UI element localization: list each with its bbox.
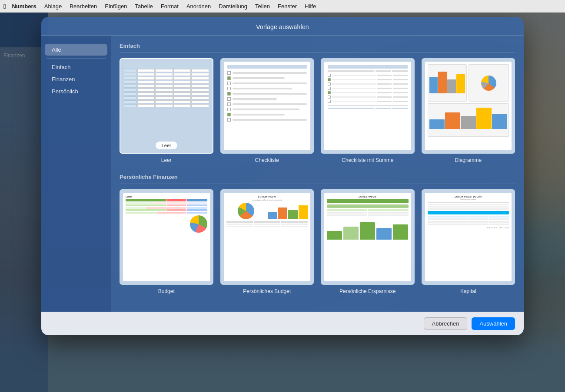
menubar-item-teilen[interactable]: Teilen [252, 2, 273, 10]
template-grid-einfach: Leer Leer [120, 58, 515, 163]
sidebar-item-finanzen[interactable]: Finanzen [45, 73, 107, 85]
menubar-item-format[interactable]: Format [157, 2, 182, 10]
template-card-leer[interactable]: Leer Leer [120, 58, 213, 163]
modal-sidebar: Alle Einfach Finanzen Persönlich [41, 36, 111, 312]
template-card-checkliste[interactable]: Checkliste [220, 58, 314, 163]
template-thumb-pers-budget[interactable]: LOREM IPSUM Lorem ipsum dolor sit amet c… [220, 189, 314, 285]
menubar-item-tabelle[interactable]: Tabelle [132, 2, 156, 10]
template-name-kapital: Kapital [460, 288, 476, 294]
menubar-item-ablage[interactable]: Ablage [41, 2, 65, 10]
template-name-checkliste-summe: Checkliste mit Summe [342, 157, 393, 163]
template-thumb-checkliste[interactable] [220, 58, 314, 154]
template-name-checkliste: Checkliste [255, 157, 279, 163]
menubar-item-hilfe[interactable]: Hilfe [301, 2, 319, 10]
sidebar-divider [47, 58, 106, 59]
menubar-item-numbers[interactable]: Numbers [8, 2, 40, 10]
template-thumb-pers-ersparnisse[interactable]: LOREM IPSUM [321, 189, 415, 285]
section-header-finanzen: Persönliche Finanzen [120, 174, 515, 184]
sidebar-item-alle[interactable]: Alle [45, 44, 107, 56]
modal-footer: Abbrechen Auswählen [41, 312, 524, 335]
template-name-diagramme: Diagramme [455, 157, 482, 163]
modal-content: Einfach [111, 36, 524, 312]
sidebar-item-basic[interactable]: Einfach [45, 61, 107, 73]
menubar-item-einfuegen[interactable]: Einfügen [101, 2, 130, 10]
template-thumb-diagramme[interactable] [422, 58, 515, 154]
modal-body: Alle Einfach Finanzen Persönlich Einfach [41, 36, 524, 312]
modal-overlay: Vorlage auswählen Alle Einfach Finanzen … [0, 13, 565, 392]
menubar:  Numbers Ablage Bearbeiten Einfügen Tab… [0, 0, 565, 13]
cancel-button[interactable]: Abbrechen [424, 317, 468, 330]
template-card-pers-budget[interactable]: LOREM IPSUM Lorem ipsum dolor sit amet c… [220, 189, 314, 294]
section-header-einfach: Einfach [120, 43, 515, 53]
apple-icon[interactable]:  [3, 3, 6, 10]
template-thumb-checkliste-summe[interactable] [321, 58, 415, 154]
template-card-pers-ersparnisse[interactable]: LOREM IPSUM [321, 189, 415, 294]
template-name-pers-budget: Persönliches Budget [243, 288, 291, 294]
template-card-budget[interactable]: Lorem [120, 189, 213, 294]
template-grid-finanzen: Lorem [120, 189, 515, 294]
menubar-item-anordnen[interactable]: Anordnen [183, 2, 214, 10]
menubar-item-bearbeiten[interactable]: Bearbeiten [66, 2, 100, 10]
sidebar-section: Alle Einfach Finanzen Persönlich [41, 41, 111, 100]
template-card-kapital[interactable]: LOREM IPSUM- DOLOR Lorem ipsum dolor sit… [422, 189, 515, 294]
menubar-item-darstellung[interactable]: Darstellung [215, 2, 251, 10]
template-card-diagramme[interactable]: Diagramme [422, 58, 515, 163]
template-thumb-budget[interactable]: Lorem [120, 189, 213, 285]
template-thumb-leer[interactable]: Leer [120, 58, 213, 154]
template-name-leer: Leer [161, 157, 172, 163]
sidebar-item-persoenlich[interactable]: Persönlich [45, 86, 107, 97]
menubar-item-fenster[interactable]: Fenster [274, 2, 300, 10]
template-name-pers-ersparnisse: Persönliche Ersparnisse [339, 288, 396, 294]
modal-title: Vorlage auswählen [256, 23, 309, 30]
modal-header: Vorlage auswählen [41, 17, 524, 36]
selected-badge: Leer [156, 142, 177, 149]
template-thumb-kapital[interactable]: LOREM IPSUM- DOLOR Lorem ipsum dolor sit… [422, 189, 515, 285]
template-name-budget: Budget [158, 288, 175, 294]
template-chooser-modal: Vorlage auswählen Alle Einfach Finanzen … [41, 17, 524, 335]
confirm-button[interactable]: Auswählen [472, 317, 515, 330]
template-card-checkliste-summe[interactable]: Checkliste mit Summe [321, 58, 415, 163]
